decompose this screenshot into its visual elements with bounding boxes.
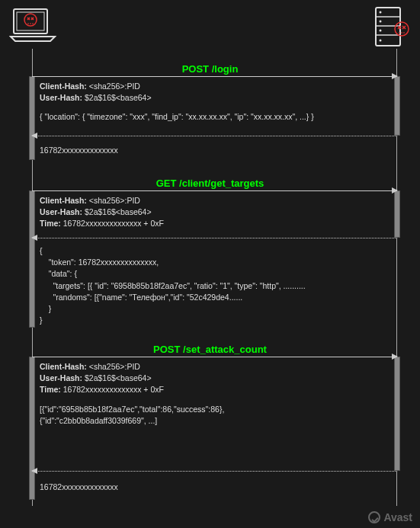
response-set-attack-count-body: 16782xxxxxxxxxxxxxx (40, 482, 390, 493)
arrow-login-request (32, 76, 397, 77)
request-get-targets-label: GET /client/get_targets (0, 178, 420, 189)
header-client-hash-key-3: Client-Hash: (40, 362, 87, 371)
request-set-attack-count-headers: Client-Hash: <sha256>:PID User-Hash: $2a… (40, 361, 390, 427)
header-time-key-3: Time: (40, 385, 61, 394)
header-client-hash-val-2: <sha256>:PID (87, 196, 140, 205)
header-client-hash-val-3: <sha256>:PID (87, 362, 140, 371)
avast-check-icon (368, 511, 380, 523)
client-laptop-icon (9, 6, 56, 49)
arrow-set-attack-count-request (32, 357, 397, 357)
header-time-val-2: 16782xxxxxxxxxxxxxx + 0xF (61, 219, 164, 228)
request-get-targets-headers: Client-Hash: <sha256>:PID User-Hash: $2a… (40, 195, 390, 230)
activation-client-1 (29, 76, 35, 160)
header-user-hash-key-3: User-Hash: (40, 373, 82, 382)
response-get-targets-body: { "token": 16782xxxxxxxxxxxxxx, "data": … (40, 245, 390, 327)
server-icon (373, 6, 411, 52)
header-user-hash-key: User-Hash: (40, 93, 82, 102)
arrow-get-targets-response (32, 238, 397, 238)
header-time-key-2: Time: (40, 219, 61, 228)
header-user-hash-key-2: User-Hash: (40, 207, 82, 216)
avast-text: Avast (383, 511, 412, 523)
header-client-hash-key: Client-Hash: (40, 82, 87, 91)
activation-server-3 (394, 357, 400, 471)
request-login-headers: Client-Hash: <sha256>:PID User-Hash: $2a… (40, 81, 390, 123)
header-client-hash-val: <sha256>:PID (87, 82, 140, 91)
activation-server-1 (394, 76, 400, 136)
request-set-attack-count-body-line1: [{"id":"6958b85b18f2aa7ec","total":86,"s… (40, 404, 390, 415)
svg-point-17 (380, 40, 382, 42)
response-login-body: 16782xxxxxxxxxxxxxx (40, 145, 390, 156)
header-user-hash-val-3: $2a$16$<base64> (82, 373, 152, 382)
activation-client-2 (29, 190, 35, 328)
header-time-val-3: 16782xxxxxxxxxxxxxx + 0xF (61, 385, 164, 394)
header-user-hash-val: $2a$16$<base64> (82, 93, 152, 102)
request-set-attack-count-label: POST /set_attack_count (0, 344, 420, 355)
svg-point-16 (380, 30, 382, 32)
request-login-label: POST /login (0, 63, 420, 75)
activation-client-3 (29, 357, 35, 500)
request-set-attack-count-body-line2: {"id":"c2bb0b8adaff3039f669", ...] (40, 415, 390, 427)
arrow-get-targets-request (32, 190, 397, 191)
activation-server-2 (394, 190, 400, 238)
header-client-hash-key-2: Client-Hash: (40, 196, 87, 205)
svg-rect-1 (17, 12, 44, 30)
request-login-body: { "location": { "timezone": "xxx", "find… (40, 111, 390, 123)
avast-logo: Avast (368, 511, 412, 523)
arrow-set-attack-count-response (32, 471, 397, 472)
arrow-login-response (32, 136, 397, 136)
svg-point-15 (380, 21, 382, 23)
header-user-hash-val-2: $2a$16$<base64> (82, 207, 152, 216)
svg-point-14 (380, 11, 382, 14)
